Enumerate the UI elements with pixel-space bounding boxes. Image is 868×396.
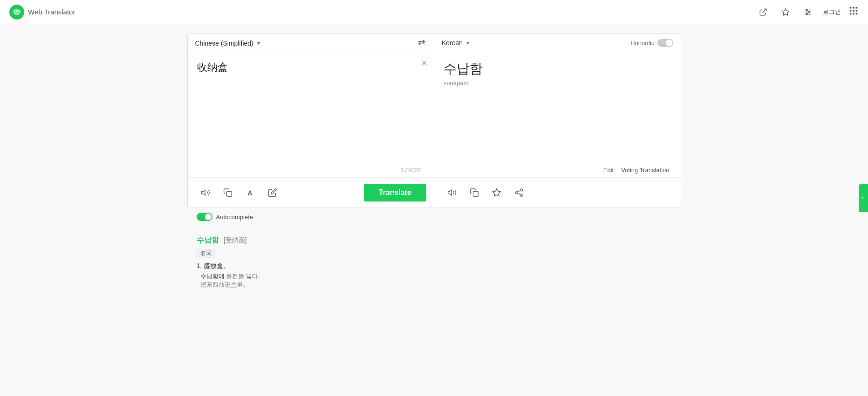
svg-rect-20: [853, 13, 854, 15]
clear-input-button[interactable]: ✕: [421, 59, 427, 67]
svg-point-11: [809, 11, 810, 13]
svg-point-12: [806, 13, 807, 15]
app-title: Web Translator: [28, 8, 75, 16]
translator-container: Chinese (Simplified) ▾ 收纳盒 ✕ 3 / 5000: [187, 34, 681, 208]
dict-def-text: 盛放盒。: [204, 262, 230, 269]
honorific-toggle[interactable]: [657, 39, 673, 47]
header-actions: 로그인: [756, 5, 859, 20]
target-star-button[interactable]: [486, 182, 507, 203]
svg-line-30: [518, 193, 520, 195]
source-textarea[interactable]: 收纳盒: [197, 60, 425, 154]
source-language-chevron: ▾: [257, 40, 260, 47]
dict-origin: [受納函]: [224, 236, 247, 244]
svg-rect-17: [853, 10, 854, 12]
svg-marker-26: [493, 189, 501, 196]
honorific-label: Honorific: [630, 40, 654, 47]
target-panel: Korean ▾ Honorific 수납함 sunapam Edit Voti…: [434, 34, 681, 208]
source-romanize-button[interactable]: Ā: [240, 182, 260, 203]
source-panel: Chinese (Simplified) ▾ 收纳盒 ✕ 3 / 5000: [188, 34, 435, 208]
dict-def-number: 1.: [197, 262, 204, 269]
romanization: sunapam: [444, 80, 671, 87]
side-tab-icon: ‹: [860, 197, 867, 199]
autocomplete-bar: Autocomplete: [187, 208, 681, 226]
dict-definition-1: 1. 盛放盒。: [197, 262, 672, 270]
target-lang-selector: Korean ▾ Honorific: [434, 34, 681, 52]
voting-translation-button[interactable]: Voting Translation: [617, 165, 673, 175]
side-panel-tab[interactable]: ‹: [859, 184, 868, 212]
source-edit-button[interactable]: [262, 182, 283, 203]
svg-rect-14: [853, 7, 854, 9]
source-speak-button[interactable]: [195, 182, 216, 203]
dictionary-section: 수납함 [受納函] 名词 1. 盛放盒。 수납함에 물건을 넣다. 把东西放进盒…: [187, 226, 681, 298]
target-share-button[interactable]: [509, 182, 529, 203]
apps-grid-button[interactable]: [848, 6, 859, 18]
svg-point-4: [18, 10, 19, 12]
honorific-toggle-knob: [666, 40, 672, 46]
settings-header-button[interactable]: [800, 5, 815, 20]
main-content: Chinese (Simplified) ▾ 收纳盒 ✕ 3 / 5000: [178, 24, 690, 308]
source-action-bar: Ā Translate: [188, 177, 434, 208]
svg-rect-25: [473, 192, 478, 197]
edit-translation-button[interactable]: Edit: [600, 165, 617, 175]
char-count: 3 / 5000: [401, 167, 421, 174]
target-speak-button[interactable]: [442, 182, 462, 203]
svg-point-29: [520, 194, 523, 196]
svg-rect-15: [856, 7, 858, 9]
svg-point-3: [15, 10, 16, 12]
svg-rect-21: [856, 13, 858, 15]
source-bottom-bar: 3 / 5000: [188, 163, 434, 177]
svg-point-10: [806, 9, 807, 11]
source-language-name[interactable]: Chinese (Simplified): [195, 40, 253, 47]
source-copy-button[interactable]: [218, 182, 238, 203]
source-text-area: 收纳盒 ✕: [188, 53, 434, 163]
star-header-button[interactable]: [778, 5, 793, 20]
svg-rect-18: [856, 10, 858, 12]
svg-marker-24: [448, 190, 452, 195]
honorific-area: Honorific: [630, 39, 673, 47]
svg-rect-19: [850, 13, 852, 15]
translated-text: 수납함: [444, 60, 671, 78]
target-language-name[interactable]: Korean: [442, 39, 463, 47]
svg-rect-16: [850, 10, 852, 12]
autocomplete-toggle[interactable]: [197, 213, 212, 221]
target-copy-button[interactable]: [464, 182, 485, 203]
swap-languages-button[interactable]: [417, 39, 426, 48]
svg-marker-22: [201, 190, 205, 195]
target-action-bar: [434, 177, 681, 208]
login-button[interactable]: 로그인: [823, 8, 841, 16]
dict-examples: 수납함에 물건을 넣다. 把东西放进盒里。: [197, 272, 672, 289]
source-lang-selector: Chinese (Simplified) ▾: [188, 34, 434, 53]
svg-marker-6: [782, 8, 789, 15]
dict-pos: 名词: [197, 249, 215, 258]
svg-rect-13: [850, 7, 852, 9]
translate-button[interactable]: Translate: [364, 184, 426, 201]
dict-word: 수납함: [197, 236, 219, 244]
target-text-area: 수납함 sunapam: [434, 52, 681, 163]
autocomplete-label: Autocomplete: [216, 214, 253, 221]
header: Web Translator 로그인: [0, 0, 868, 24]
dict-example-zh: 把东西放进盒里。: [200, 281, 672, 289]
papago-logo: [9, 5, 24, 20]
edit-voting-area: Edit Voting Translation: [434, 163, 681, 177]
target-language-chevron: ▾: [466, 40, 469, 46]
share-header-button[interactable]: [756, 5, 771, 20]
dict-header: 수납함 [受納函]: [197, 235, 672, 245]
svg-rect-23: [226, 192, 232, 197]
logo-area: Web Translator: [9, 5, 75, 20]
svg-line-31: [518, 190, 520, 192]
dict-example-ko: 수납함에 물건을 넣다.: [200, 272, 672, 281]
svg-point-28: [516, 192, 518, 194]
autocomplete-toggle-knob: [205, 214, 212, 220]
svg-line-5: [763, 9, 766, 13]
svg-point-27: [520, 189, 523, 191]
